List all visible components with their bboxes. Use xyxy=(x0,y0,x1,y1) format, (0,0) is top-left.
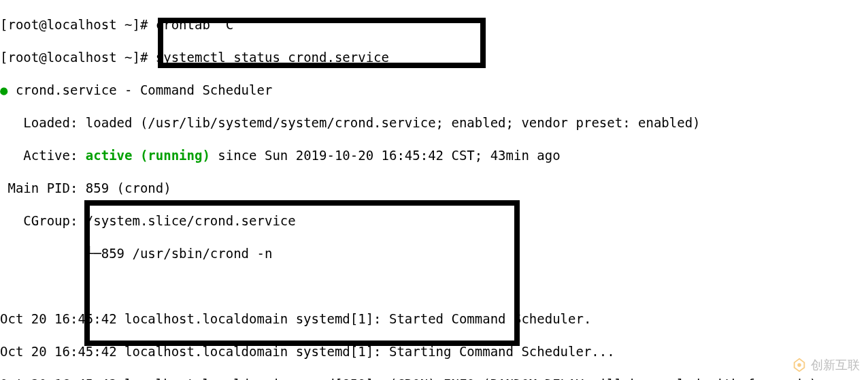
line-unit: ● crond.service - Command Scheduler xyxy=(0,82,868,98)
status-dot-icon: ● xyxy=(0,82,7,97)
line-log-0: Oct 20 16:45:42 localhost.localdomain sy… xyxy=(0,311,868,327)
line-cmd1: [root@localhost ~]# crontab ^C xyxy=(0,16,868,33)
line-cgroup: CGroup: /system.slice/crond.service xyxy=(0,212,868,229)
line-cgroup-child: └─859 /usr/sbin/crond -n xyxy=(0,245,868,262)
line-blank xyxy=(0,278,868,294)
line-loaded: Loaded: loaded (/usr/lib/systemd/system/… xyxy=(0,114,868,131)
line-cmd2: [root@localhost ~]# systemctl status cro… xyxy=(0,49,868,65)
line-log-2: Oct 20 16:45:42 localhost.localdomain cr… xyxy=(0,376,868,380)
status-active-state: active (running) xyxy=(86,148,210,163)
line-log-1: Oct 20 16:45:42 localhost.localdomain sy… xyxy=(0,343,868,360)
line-active: Active: active (running) since Sun 2019-… xyxy=(0,147,868,163)
line-mainpid: Main PID: 859 (crond) xyxy=(0,180,868,196)
terminal-output[interactable]: [root@localhost ~]# crontab ^C [root@loc… xyxy=(0,0,868,380)
